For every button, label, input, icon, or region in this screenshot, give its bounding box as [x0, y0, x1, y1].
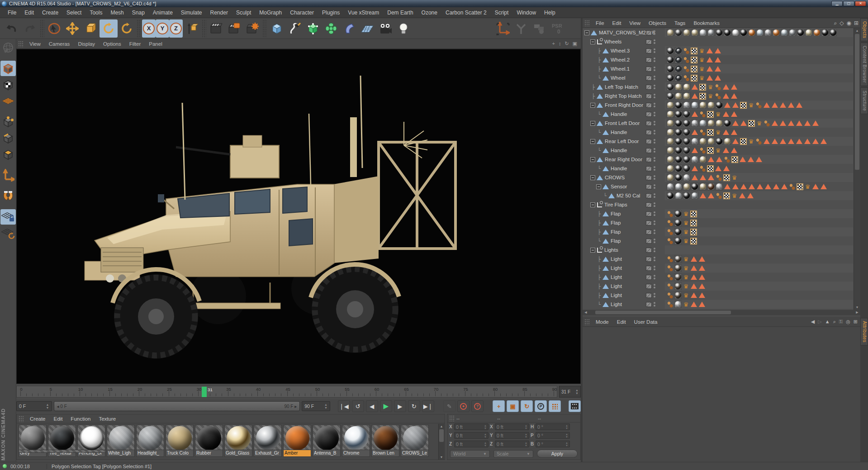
coord-size-z-field[interactable]: 0 ft▲▼ — [495, 441, 529, 447]
visibility-dots[interactable] — [654, 148, 655, 153]
selection-tag[interactable]: ♛ — [731, 192, 738, 199]
visibility-dots[interactable] — [654, 139, 655, 144]
polygon-selection-tag[interactable] — [796, 139, 802, 144]
enable-toggle[interactable] — [646, 121, 652, 126]
axis-modification-button[interactable] — [494, 19, 512, 38]
texture-tag[interactable] — [667, 101, 674, 109]
polygon-selection-tag[interactable] — [708, 175, 714, 180]
add-icon[interactable]: ⊞ — [854, 20, 859, 26]
texture-tag[interactable] — [674, 228, 682, 235]
texture-tag[interactable] — [683, 83, 690, 91]
menu-character[interactable]: Character — [286, 7, 318, 18]
polygon-selection-tag[interactable] — [772, 102, 778, 108]
render-region-button[interactable] — [225, 19, 243, 38]
menu-help[interactable]: Help — [540, 7, 560, 18]
material-item[interactable]: Gold_Glass — [224, 425, 252, 457]
polygon-selection-tag[interactable] — [700, 193, 706, 198]
visibility-dots[interactable] — [654, 266, 655, 270]
phong-tag[interactable] — [716, 192, 722, 199]
coord-space-dropdown[interactable]: World▼ — [450, 450, 490, 458]
selection-tag[interactable]: ♛ — [804, 183, 811, 190]
polygon-selection-tag[interactable] — [724, 184, 730, 189]
enable-toggle[interactable] — [646, 139, 652, 144]
material-item[interactable]: Rubber — [195, 425, 223, 457]
play-backward-button[interactable]: ↺ — [352, 400, 364, 412]
apply-button[interactable]: Apply — [537, 450, 578, 458]
texture-tag[interactable] — [699, 101, 707, 109]
polygon-selection-tag[interactable] — [715, 166, 721, 171]
enable-toggle[interactable] — [646, 230, 652, 235]
polygon-selection-tag[interactable] — [699, 283, 705, 289]
object-row[interactable]: ├Light♛ — [583, 254, 860, 264]
key-position-toggle[interactable]: + — [493, 400, 505, 412]
selection-tag[interactable]: ♛ — [683, 256, 689, 263]
texture-tag[interactable] — [740, 29, 747, 36]
polygon-selection-tag[interactable] — [707, 48, 713, 53]
enable-toggle[interactable] — [646, 157, 652, 162]
play-forward-button[interactable]: ▶ — [380, 400, 392, 412]
material-item[interactable]: Truck Colo — [166, 425, 194, 457]
previous-frame-button[interactable]: ◀ — [366, 400, 378, 412]
polygon-selection-tag[interactable] — [812, 139, 819, 144]
polygon-selection-tag[interactable] — [757, 184, 763, 189]
menu-snap[interactable]: Snap — [128, 7, 149, 18]
texture-tag[interactable] — [667, 56, 674, 63]
uvw-tag[interactable] — [707, 129, 714, 136]
scroll-up-icon[interactable]: ▲ — [439, 424, 444, 429]
selection-tag[interactable]: ♛ — [707, 93, 714, 100]
visibility-dots[interactable] — [654, 248, 655, 252]
autokey-help-button[interactable]: ? — [471, 400, 484, 412]
uvw-tag[interactable] — [691, 48, 697, 54]
snap-toggle-button[interactable] — [0, 188, 16, 204]
polygon-selection-tag[interactable] — [715, 66, 721, 72]
selection-tag[interactable]: ♛ — [698, 75, 705, 82]
dock-tab-structure[interactable]: Structure — [860, 87, 868, 114]
polygon-selection-tag[interactable] — [732, 102, 739, 108]
points-mode-button[interactable] — [0, 114, 16, 129]
object-row[interactable]: Sensor♛ — [583, 182, 860, 191]
polygon-selection-tag[interactable] — [812, 184, 819, 189]
add-camera-button[interactable] — [376, 19, 394, 38]
visibility-dots[interactable] — [654, 239, 655, 243]
texture-tag[interactable] — [724, 120, 731, 127]
selection-tag[interactable]: ♛ — [683, 283, 689, 290]
polygon-selection-tag[interactable] — [765, 184, 771, 189]
polygon-selection-tag[interactable] — [732, 120, 739, 126]
object-row[interactable]: ├Flap♛ — [583, 209, 860, 218]
polygon-selection-tag[interactable] — [691, 283, 697, 289]
object-row[interactable]: ├Wheel.3♛ — [583, 46, 860, 55]
dock-tab-content-browser[interactable]: Content Browser — [860, 43, 868, 86]
object-row[interactable]: Tire Flaps — [583, 200, 860, 209]
axis-mode-button[interactable] — [0, 168, 16, 183]
coord-position-z-field[interactable]: 0 ft▲▼ — [454, 441, 489, 447]
texture-tag[interactable] — [683, 147, 690, 154]
object-row[interactable]: ├Left Top Hatch♛ — [583, 82, 860, 91]
polygon-selection-tag[interactable] — [723, 148, 729, 153]
texture-tag[interactable] — [683, 120, 690, 127]
coord-position-x-field[interactable]: 0 ft▲▼ — [454, 423, 489, 430]
material-item[interactable]: CROWS_Le — [401, 425, 429, 457]
texture-tag[interactable] — [675, 120, 682, 127]
phong-tag[interactable] — [789, 183, 796, 190]
texture-tag[interactable] — [699, 138, 707, 145]
lock-y-button[interactable]: Y — [156, 19, 169, 38]
uvw-tag[interactable] — [699, 84, 706, 91]
selection-tag[interactable]: ♛ — [715, 129, 721, 136]
expand-icon[interactable] — [590, 103, 595, 108]
material-item[interactable]: Amber — [283, 425, 311, 457]
texture-tag[interactable] — [732, 29, 739, 36]
phong-tag[interactable] — [724, 156, 730, 163]
texture-tag[interactable] — [674, 219, 682, 226]
texture-tag[interactable] — [683, 183, 690, 190]
panel-grip[interactable] — [584, 20, 590, 26]
search-icon[interactable]: ⌕ — [833, 319, 836, 325]
selection-tag[interactable]: ♛ — [731, 174, 738, 181]
add-subdivision-surface-button[interactable] — [304, 19, 322, 38]
polygon-selection-tag[interactable] — [691, 293, 697, 298]
visibility-dots[interactable] — [654, 48, 655, 53]
uvw-tag[interactable] — [707, 165, 714, 172]
polygon-selection-tag[interactable] — [821, 184, 827, 189]
record-button[interactable]: ● — [457, 400, 470, 412]
material-menu-texture[interactable]: Texture — [95, 414, 120, 423]
maximize-button[interactable]: ▢ — [843, 1, 854, 6]
